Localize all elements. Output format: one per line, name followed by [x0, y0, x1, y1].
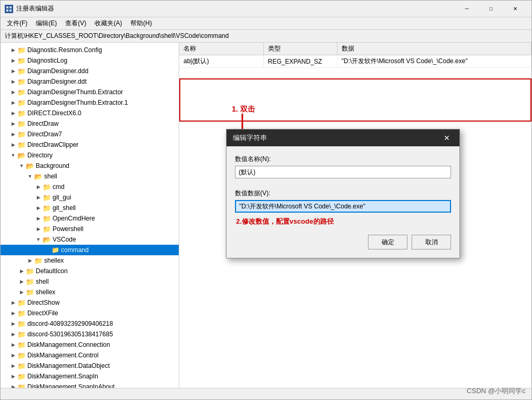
annotation-2-text: 2.修改数值，配置vscode的路径 [236, 217, 451, 226]
tree-item-shellex-bg[interactable]: ▶ 📁 shellex [1, 255, 179, 266]
expand-icon: ▶ [34, 225, 43, 233]
tree-panel[interactable]: ▶ 📁 Diagnostic.Resmon.Config ▶ 📁 Diagnos… [1, 43, 179, 388]
tree-item-label: git_gui [53, 194, 71, 201]
tree-item-label: shell [36, 278, 49, 285]
tree-item-label: DiskManagement.SnapInAbout [27, 383, 115, 388]
tree-item-label: VSCode [53, 236, 76, 243]
tree-item-diskmanagement-control[interactable]: ▶ 📁 DiskManagement.Control [1, 350, 179, 361]
status-bar [1, 388, 531, 399]
tree-item-label: DiskManagement.DataObject [27, 362, 110, 369]
data-input[interactable] [235, 200, 451, 213]
tree-item-shell[interactable]: ▼ 📂 shell [1, 171, 179, 182]
tree-item-shell2[interactable]: ▶ 📁 shell [1, 276, 179, 287]
folder-icon: 📁 [17, 67, 26, 75]
expand-icon: ▶ [17, 277, 26, 286]
data-label: 数值数据(V): [235, 189, 451, 198]
tree-item-label: shell [44, 173, 57, 180]
tree-item-diagnosticlog[interactable]: ▶ 📁 DiagnosticLog [1, 55, 179, 66]
close-button[interactable]: ✕ [503, 1, 527, 17]
tree-item-background[interactable]: ▼ 📂 Background [1, 161, 179, 171]
tree-item-directdraw[interactable]: ▶ 📁 DirectDraw [1, 118, 179, 129]
tree-item-label: cmd [53, 183, 65, 191]
tree-item-diagramdesignerthumb[interactable]: ▶ 📁 DiagramDesignerThumb.Extractor [1, 87, 179, 97]
dialog-body: 数值名称(N): 数值数据(V): 2.修改数值，配置vscode的路径 确定 … [227, 146, 459, 258]
tree-item-diagnostic-resmon[interactable]: ▶ 📁 Diagnostic.Resmon.Config [1, 45, 179, 55]
tree-item-git-gui[interactable]: ▶ 📁 git_gui [1, 192, 179, 203]
confirm-button[interactable]: 确定 [368, 235, 407, 249]
expand-icon: ▶ [34, 204, 43, 212]
folder-icon: 📂 [17, 152, 26, 159]
svg-rect-3 [9, 9, 12, 12]
minimize-button[interactable]: ─ [455, 1, 479, 17]
tree-item-directdraw7[interactable]: ▶ 📁 DirectDraw7 [1, 129, 179, 139]
tree-item-powershell[interactable]: ▶ 📁 Powershell [1, 224, 179, 234]
menu-favorites[interactable]: 收藏夹(A) [90, 18, 126, 29]
name-label: 数值名称(N): [235, 155, 451, 164]
menu-bar: 文件(F) 编辑(E) 查看(V) 收藏夹(A) 帮助(H) [1, 17, 531, 30]
folder-icon: 📁 [17, 131, 26, 138]
tree-item-label: DIRECT.DirectX6.0 [27, 109, 81, 117]
tree-item-command[interactable]: 📁 command [1, 245, 179, 255]
tree-item-diskmanagement-snapin[interactable]: ▶ 📁 DiskManagement.SnapIn [1, 371, 179, 382]
expand-icon: ▼ [17, 162, 26, 170]
tree-item-diskmanagement-snapinabout[interactable]: ▶ 📁 DiskManagement.SnapInAbout [1, 382, 179, 388]
folder-icon: 📂 [34, 173, 43, 180]
folder-icon: 📁 [17, 341, 26, 348]
tree-item-diskmanagement-dataobject[interactable]: ▶ 📁 DiskManagement.DataObject [1, 361, 179, 371]
expand-icon: ▶ [9, 362, 17, 370]
tree-item-directdrawclipper[interactable]: ▶ 📁 DirectDrawClipper [1, 139, 179, 150]
tree-item-directory[interactable]: ▼ 📂 Directory [1, 150, 179, 161]
tree-item-discord1[interactable]: ▶ 📁 discord-408932392909406218 [1, 318, 179, 329]
expand-icon: ▶ [9, 383, 17, 388]
expand-icon: ▼ [26, 172, 34, 181]
menu-edit[interactable]: 编辑(E) [32, 18, 61, 29]
expand-icon: ▶ [9, 309, 17, 317]
folder-icon: 📁 [17, 109, 26, 117]
folder-icon: 📂 [43, 236, 51, 243]
tree-item-defaulticon[interactable]: ▶ 📁 DefaultIcon [1, 266, 179, 276]
tree-item-cmd[interactable]: ▶ 📁 cmd [1, 182, 179, 192]
menu-view[interactable]: 查看(V) [61, 18, 90, 29]
reg-type-cell: REG_EXPAND_SZ [263, 55, 337, 68]
name-input[interactable] [235, 166, 451, 178]
dialog-close-button[interactable]: ✕ [441, 132, 453, 144]
tree-item-shellex2[interactable]: ▶ 📁 shellex [1, 287, 179, 297]
menu-file[interactable]: 文件(F) [3, 18, 32, 29]
annotation-box [179, 78, 531, 122]
tree-item-opencmdhere[interactable]: ▶ 📁 OpenCmdHere [1, 213, 179, 224]
expand-icon: ▶ [17, 288, 26, 296]
tree-item-diagramdesignerthumb1[interactable]: ▶ 📁 DiagramDesignerThumb.Extractor.1 [1, 97, 179, 108]
expand-icon: ▶ [9, 67, 17, 75]
tree-item-directshow[interactable]: ▶ 📁 DirectShow [1, 297, 179, 308]
tree-item-diagramdesigner-ddd[interactable]: ▶ 📁 DiagramDesigner.ddd [1, 66, 179, 76]
expand-icon: ▶ [34, 214, 43, 223]
tree-item-diagramdesigner-ddt[interactable]: ▶ 📁 DiagramDesigner.ddt [1, 76, 179, 87]
tree-item-label: DiskManagement.Control [27, 352, 98, 359]
tree-item-direct-directx60[interactable]: ▶ 📁 DIRECT.DirectX6.0 [1, 108, 179, 118]
tree-item-discord2[interactable]: ▶ 📁 discord-530196305138417685 [1, 329, 179, 339]
expand-icon: ▶ [9, 56, 17, 65]
tree-item-directxfile[interactable]: ▶ 📁 DirectXFile [1, 308, 179, 318]
address-bar: 计算机\HKEY_CLASSES_ROOT\Directory\Backgrou… [1, 30, 531, 43]
dialog-buttons: 确定 取消 [235, 235, 451, 249]
tree-item-diskmanagement-connection[interactable]: ▶ 📁 DiskManagement.Connection [1, 339, 179, 350]
expand-icon: ▶ [9, 88, 17, 96]
maximize-button[interactable]: □ [479, 1, 503, 17]
folder-icon: 📁 [43, 204, 51, 212]
folder-icon: 📁 [17, 373, 26, 380]
table-row[interactable]: ab|(默认) REG_EXPAND_SZ "D:\开发软件\Microsoft… [179, 55, 531, 68]
tree-item-git-shell[interactable]: ▶ 📁 git_shell [1, 203, 179, 213]
folder-icon: 📁 [17, 383, 26, 388]
expand-icon: ▶ [9, 298, 17, 307]
tree-item-label: Diagnostic.Resmon.Config [27, 46, 102, 54]
cancel-button[interactable]: 取消 [412, 235, 451, 249]
window-controls: ─ □ ✕ [455, 1, 527, 17]
window-title: 注册表编辑器 [16, 4, 54, 13]
folder-icon: 📁 [17, 57, 26, 64]
tree-item-label: DirectDraw7 [27, 131, 62, 138]
tree-item-label: Powershell [53, 225, 84, 233]
folder-icon: 📁 [43, 225, 51, 233]
tree-item-vscode[interactable]: ▼ 📂 VSCode [1, 234, 179, 245]
folder-icon: 📁 [51, 246, 59, 254]
menu-help[interactable]: 帮助(H) [126, 18, 156, 29]
